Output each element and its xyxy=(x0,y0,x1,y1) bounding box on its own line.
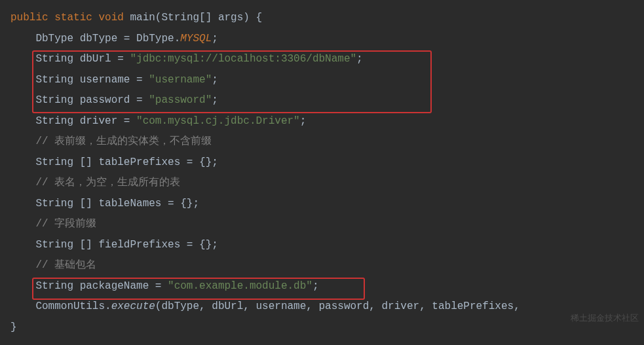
string-password: "password" xyxy=(149,94,212,106)
code-line-15: CommonUtils.execute(dbType, dbUrl, usern… xyxy=(10,297,644,318)
type-string: String xyxy=(35,74,73,86)
var-dburl: dbUrl xyxy=(80,53,111,65)
call-args: (dbType, dbUrl, username, password, driv… xyxy=(155,300,520,312)
eq-empty: = {} xyxy=(180,156,212,168)
semi: ; xyxy=(313,280,319,292)
param-name: args xyxy=(218,12,243,24)
var-username: username xyxy=(80,74,130,86)
eq: = xyxy=(130,74,149,86)
dot: . xyxy=(105,300,111,312)
type-string: String xyxy=(35,280,73,292)
code-line-2: DbType dbType = DbType.MYSQL; xyxy=(10,29,644,50)
brace-close: } xyxy=(10,321,17,333)
watermark-text: 稀土掘金技术社区 xyxy=(571,308,639,329)
type-string-array: String [] xyxy=(35,239,92,251)
keyword-void: void xyxy=(98,12,123,24)
semi: ; xyxy=(212,33,218,45)
eq: = xyxy=(117,33,136,45)
code-line-10: String [] tableNames = {}; xyxy=(10,194,644,215)
method-name: main xyxy=(130,12,155,24)
var-tableprefixes: tablePrefixes xyxy=(98,156,180,168)
semi: ; xyxy=(356,53,363,65)
keyword-public: public xyxy=(10,12,48,24)
semi: ; xyxy=(212,156,218,168)
var-password: password xyxy=(80,94,130,106)
code-editor[interactable]: public static void main(String[] args) {… xyxy=(10,8,644,338)
type-string: String xyxy=(35,94,73,106)
string-dburl: "jdbc:mysql://localhost:3306/dbName" xyxy=(130,53,356,65)
brace-open: { xyxy=(250,12,262,24)
var-driver: driver xyxy=(80,115,118,127)
comment-table-prefix: // 表前缀，生成的实体类，不含前缀 xyxy=(35,136,212,147)
string-driver: "com.mysql.cj.jdbc.Driver" xyxy=(136,115,300,127)
var-packagename: packageName xyxy=(80,280,149,292)
keyword-static: static xyxy=(54,12,92,24)
paren-close: ) xyxy=(243,12,250,24)
code-line-4: String username = "username"; xyxy=(10,70,644,91)
code-line-1: public static void main(String[] args) { xyxy=(10,8,644,29)
code-line-16: } xyxy=(10,318,644,338)
type-dbtype: DbType xyxy=(35,33,73,45)
code-line-8: String [] tablePrefixes = {}; xyxy=(10,153,644,173)
eq-empty: = {} xyxy=(180,239,212,251)
dot: . xyxy=(174,33,181,45)
comment-table-names: // 表名，为空，生成所有的表 xyxy=(35,177,180,189)
class-commonutils: CommonUtils xyxy=(35,300,105,312)
var-dbtype: dbType xyxy=(80,33,118,45)
type-string-array: String [] xyxy=(35,156,92,168)
code-line-13: // 基础包名 xyxy=(10,255,644,276)
string-packagename: "com.example.module.db" xyxy=(168,280,313,292)
semi: ; xyxy=(212,94,218,106)
semi: ; xyxy=(193,198,199,209)
eq: = xyxy=(111,53,130,65)
eq: = xyxy=(130,94,149,106)
var-fieldprefixes: fieldPrefixes xyxy=(98,239,180,251)
code-line-7: // 表前缀，生成的实体类，不含前缀 xyxy=(10,132,644,153)
type-string-array: String [] xyxy=(35,198,92,209)
method-execute: execute xyxy=(111,300,155,312)
type-string: String xyxy=(35,115,73,127)
eq-empty: = {} xyxy=(161,198,193,209)
comment-package: // 基础包名 xyxy=(35,259,96,271)
code-line-6: String driver = "com.mysql.cj.jdbc.Drive… xyxy=(10,111,644,132)
semi: ; xyxy=(300,115,307,127)
comment-field-prefix: // 字段前缀 xyxy=(35,218,96,230)
code-line-14: String packageName = "com.example.module… xyxy=(10,276,644,297)
eq: = xyxy=(117,115,136,127)
type-string: String xyxy=(35,53,73,65)
semi: ; xyxy=(212,74,218,86)
code-line-11: // 字段前缀 xyxy=(10,214,644,235)
var-tablenames: tableNames xyxy=(98,198,161,209)
eq: = xyxy=(149,280,168,292)
code-line-3: String dbUrl = "jdbc:mysql://localhost:3… xyxy=(10,49,644,70)
string-username: "username" xyxy=(149,74,212,86)
const-mysql: MYSQL xyxy=(180,33,212,45)
code-line-12: String [] fieldPrefixes = {}; xyxy=(10,235,644,256)
semi: ; xyxy=(212,239,218,251)
code-line-9: // 表名，为空，生成所有的表 xyxy=(10,173,644,194)
param-type: String[] xyxy=(161,12,212,24)
class-ref: DbType xyxy=(136,33,174,45)
code-line-5: String password = "password"; xyxy=(10,90,644,111)
